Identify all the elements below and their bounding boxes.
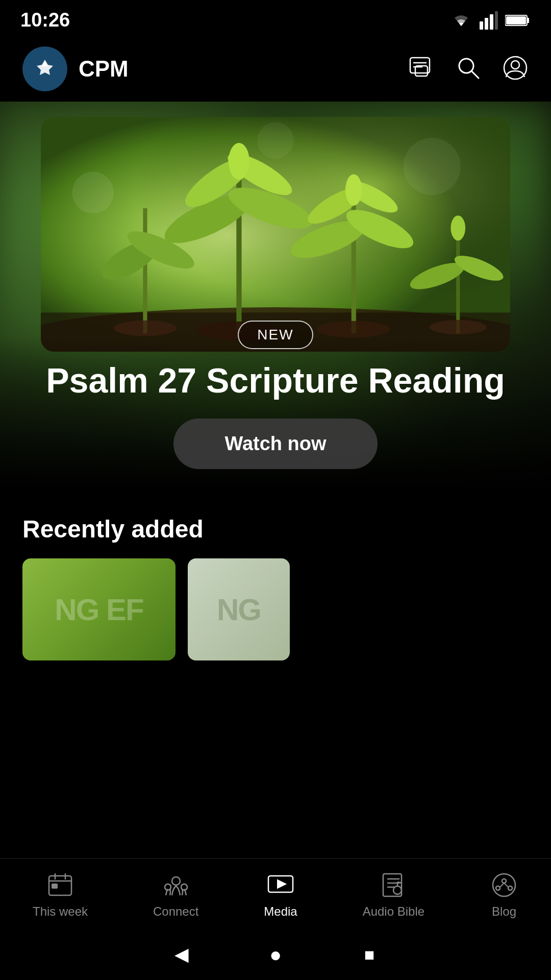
home-button[interactable]: ●: [264, 943, 287, 966]
hero-title: Psalm 27 Scripture Reading: [15, 360, 535, 400]
status-bar: 10:26: [0, 0, 551, 36]
svg-rect-1: [485, 18, 488, 30]
svg-point-45: [257, 122, 294, 159]
svg-point-44: [403, 138, 460, 195]
svg-point-38: [450, 215, 465, 240]
app-logo[interactable]: [22, 46, 67, 91]
svg-point-34: [345, 174, 362, 205]
svg-rect-3: [495, 11, 498, 30]
svg-point-51: [172, 877, 180, 885]
wifi-icon: [450, 12, 472, 29]
back-button[interactable]: ◀: [170, 943, 193, 966]
hero-content: NEW Psalm 27 Scripture Reading Watch now: [0, 321, 551, 469]
svg-rect-6: [506, 16, 526, 24]
svg-line-67: [500, 883, 504, 887]
nav-connect-label: Connect: [153, 904, 198, 919]
recents-button[interactable]: ■: [358, 943, 381, 966]
nav-this-week[interactable]: This week: [22, 871, 98, 919]
app-name: CPM: [79, 56, 129, 82]
card-2-preview: NG: [217, 592, 261, 627]
search-icon[interactable]: [455, 55, 482, 83]
watch-now-button[interactable]: Watch now: [173, 419, 377, 469]
svg-rect-0: [480, 21, 483, 30]
nav-audio-bible-label: Audio Bible: [363, 904, 424, 919]
svg-rect-2: [490, 14, 493, 30]
svg-rect-5: [527, 18, 529, 23]
card-1-preview: NG EF: [55, 592, 143, 627]
media-cards-row: NG EF NG: [22, 558, 529, 660]
blog-icon: [490, 871, 518, 899]
svg-point-15: [511, 61, 519, 69]
connect-icon: [162, 871, 190, 899]
header-left: CPM: [22, 46, 129, 91]
nav-connect[interactable]: Connect: [143, 871, 209, 919]
this-week-icon: [46, 871, 74, 899]
nav-audio-bible[interactable]: Audio Bible: [353, 871, 435, 919]
nav-blog-label: Blog: [492, 904, 516, 919]
new-badge: NEW: [238, 321, 313, 349]
media-card-2[interactable]: NG: [188, 558, 290, 660]
hero-section: NEW Psalm 27 Scripture Reading Watch now: [0, 102, 551, 489]
svg-point-28: [229, 143, 249, 180]
status-time: 10:26: [20, 9, 70, 31]
hero-card-image: [41, 117, 510, 352]
svg-rect-50: [52, 884, 57, 888]
battery-icon: [505, 14, 531, 27]
bottom-navigation: This week Connect Media: [0, 858, 551, 929]
svg-marker-55: [278, 880, 286, 888]
svg-point-65: [496, 886, 500, 890]
svg-point-64: [502, 879, 506, 883]
account-icon[interactable]: [502, 55, 529, 83]
svg-point-43: [72, 172, 114, 213]
app-header: CPM: [0, 36, 551, 102]
media-card-1[interactable]: NG EF: [22, 558, 176, 660]
recently-added-section: Recently added NG EF NG: [0, 489, 551, 671]
svg-point-63: [493, 874, 515, 896]
svg-line-68: [504, 883, 508, 887]
plant-illustration: [41, 117, 510, 352]
svg-rect-56: [383, 874, 402, 896]
svg-point-14: [504, 57, 527, 79]
audio-bible-icon: [379, 871, 408, 899]
header-right: [408, 55, 529, 83]
media-icon: [266, 871, 295, 899]
nav-this-week-label: This week: [33, 904, 88, 919]
nav-blog[interactable]: Blog: [480, 871, 529, 919]
svg-line-13: [471, 71, 479, 78]
nav-media-label: Media: [264, 904, 297, 919]
svg-point-60: [393, 886, 402, 894]
status-icons: [450, 11, 531, 30]
signal-icon: [480, 11, 498, 30]
svg-point-66: [508, 886, 512, 890]
system-navigation: ◀ ● ■: [0, 929, 551, 980]
plant-image: [41, 117, 510, 352]
logo-icon: [31, 55, 59, 83]
nav-media[interactable]: Media: [254, 871, 307, 919]
chat-icon[interactable]: [408, 55, 435, 83]
recently-added-title: Recently added: [22, 515, 529, 543]
